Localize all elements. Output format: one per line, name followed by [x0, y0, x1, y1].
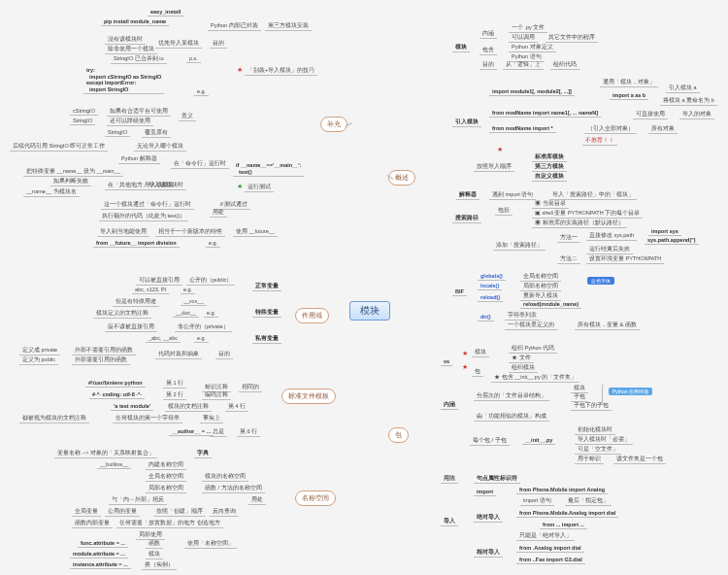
b-mokuai: 模块 — [472, 348, 489, 357]
g-shell: ▣ shell 变量 PYTHONPATH 下的每个目录 — [532, 209, 643, 219]
hub-buchong[interactable]: 补充 — [320, 117, 347, 132]
w-zongshi: 总是 — [210, 427, 227, 437]
b-fromim: from ... import ... — [540, 521, 587, 529]
g-loc: locals() — [478, 282, 502, 290]
b-import: import — [474, 488, 496, 496]
b-bao: 包 — [472, 367, 483, 377]
g-jiang: 将模块 a 重命名为 b — [660, 96, 717, 106]
n-youxian: 优先导入某模块 — [155, 39, 202, 49]
b-chushi: 初始化模块时 — [575, 425, 615, 435]
n-yongchu1: 用处 — [210, 208, 227, 218]
m-mokuaiq: 模块的名称空间 — [202, 472, 248, 482]
n-ruguo: 如果有合适平台可使用 — [107, 107, 171, 117]
m-hanshu: 函数 / 方法的名称空间 — [202, 484, 265, 493]
m-zidian: 字典 — [194, 449, 212, 458]
z-daima: 代码封装和抽象 — [155, 350, 202, 359]
w-shuoming: 模块的文档注释 — [165, 402, 212, 412]
n-wulun: 无论导入哪个模块 — [134, 142, 186, 152]
w-xiangtong: 相同的 — [239, 383, 262, 392]
mindmap-canvas: 模块 补充 作用域 标准文件模板 名称空间 概述 包 蓝色字体 Python 应… — [0, 0, 728, 575]
z-eg3: e.g. — [194, 334, 209, 343]
z-siyou: 私有变量 — [252, 334, 281, 344]
n-pyjs: Python 解释器 — [118, 154, 160, 164]
z-feikai: 非公开的（private） — [175, 322, 232, 332]
n-mudi1: 目的 — [210, 39, 227, 49]
n-houxu: 后续代码引用 StringIO 即可正常工作 — [10, 142, 108, 152]
n-zhixing: 执行额外的代码（此处为 test()） — [99, 212, 188, 221]
b-you: 由「功能相似的模块」构成 — [474, 412, 549, 422]
g-impsys: import sys — [648, 227, 681, 236]
g-reload: reload() — [478, 293, 503, 302]
z-keyi: 可以被直接引用 — [136, 276, 182, 286]
w-doushi: 都被视为模块的文档注释 — [19, 414, 89, 423]
m-hanshu2: 函数 — [146, 539, 163, 549]
b-judian: 句点属性标识符 — [474, 474, 520, 484]
z-xxx: __xxx__ — [181, 297, 207, 306]
b-fromph: from Phone.Mobile import Analog — [516, 486, 608, 494]
star-red3: ★ — [462, 350, 468, 357]
g-yigepi: 一个 .py 文件 — [509, 23, 547, 33]
w-author: __author__ = ... — [169, 427, 214, 436]
w-l2: #-*- coding: utf-8 -*- — [89, 390, 145, 399]
z-dpr: 定义成 private — [19, 346, 60, 355]
g-yinrum: 引入模块 — [452, 118, 481, 127]
g-jubuns: 局部名称空间 — [520, 282, 561, 291]
g-disanfang: 第三方模块 — [532, 162, 567, 172]
z-waibub: 外部不需要引用的函数 — [72, 346, 136, 355]
g-pydui: Python 对象定义 — [509, 43, 556, 52]
g-zifu: 字符串列表 — [505, 311, 540, 321]
g-reloadm: reload(module_name) — [520, 300, 581, 309]
b-init: __init__.py — [522, 436, 555, 445]
g-suoyou: 所有对象 — [648, 124, 678, 134]
n-meiyou: 没有该模块时 — [105, 35, 146, 45]
brace-env — [602, 384, 609, 405]
b-meige: 每个包 / 子包 — [470, 436, 510, 446]
n-yunxing: 运行测试 — [245, 183, 274, 192]
n-fugai: 覆盖原有 — [142, 128, 171, 138]
hub-bao[interactable]: 包 — [388, 427, 409, 443]
b-zuzhi2: 组织模块 — [509, 363, 538, 373]
g-yinrua: 引入模块 a — [666, 84, 700, 93]
n-daorudao: 导入到当地能使用 — [97, 227, 149, 237]
n-batebie: 把特殊变量 __name__ 设为 __main__ — [23, 167, 123, 177]
w-d4: 第 4 行 — [225, 402, 248, 412]
hub-mingcheng[interactable]: 名称空间 — [295, 490, 336, 506]
n-fromf: from __future__ import division — [93, 239, 180, 248]
g-fromm: from modName import name1[, ... nameN] — [489, 109, 601, 118]
m-lei: 类（实例） — [142, 560, 177, 570]
n-strm: StringIO — [70, 117, 95, 125]
g-zhijie: 直接修改 sys.path — [586, 231, 637, 241]
g-qita: 其它文件中的程序 — [546, 33, 598, 43]
z-zheng: 正常变量 — [252, 282, 281, 291]
g-yinquan: （引入全部对象） — [584, 124, 637, 134]
m-mokuai2: 模块 — [146, 550, 163, 559]
z-mokuaid: 模块定义的文档注释 — [93, 309, 151, 319]
b-neihan: 内涵 — [441, 400, 458, 410]
b-kezhishi: 可是「空文件」 — [575, 445, 621, 455]
n-try: try: import cStringIO as StringIO except… — [83, 66, 164, 94]
n-zheyi: 这一个模块通过「命令行」运行时 — [101, 200, 194, 210]
g-sousuol: 搜索路径 — [452, 214, 481, 223]
w-l3: 'a test module' — [111, 402, 153, 411]
hub-zuoyongyu[interactable]: 作用域 — [295, 308, 329, 323]
z-mudi: 目的 — [215, 350, 233, 359]
g-cong: 从「逻辑」上 — [503, 60, 544, 70]
hub-wenjianmuban[interactable]: 标准文件模板 — [281, 389, 336, 404]
m-module: module.attribute = ... — [70, 550, 128, 558]
w-d1: 第 1 行 — [163, 379, 186, 389]
g-importab: import a as b — [610, 91, 648, 100]
star-red2: ★ — [497, 146, 503, 153]
n-eg1: e.g. — [194, 87, 209, 96]
g-butui: 不推荐！！ — [582, 136, 617, 146]
n-pyneibu: Python 内部已封装 — [208, 21, 261, 31]
m-bianl: 变量名称 --> 对象的「关系映射集合」 — [54, 449, 157, 458]
b-baohan: ★ 包含 __init__.py 的「文件夹」 — [491, 373, 579, 383]
n-ifmain: if __name__=='__main__': test() — [233, 161, 304, 177]
m-fan: 反向查询 — [210, 507, 239, 517]
root-node[interactable]: 模块 — [349, 301, 390, 321]
star-green1: ★ — [237, 183, 243, 190]
g-yunxing: 运行结束后失效 — [586, 245, 633, 254]
w-shishang: 事实上 — [200, 414, 223, 423]
g-yudao: 遇到 import 语句 — [489, 190, 536, 200]
n-eg2: e.g. — [206, 239, 220, 248]
